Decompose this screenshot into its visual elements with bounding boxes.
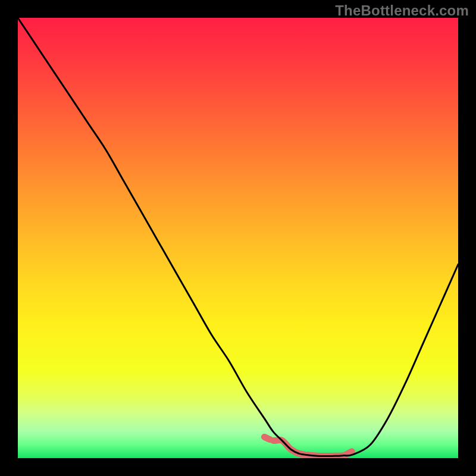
plot-area xyxy=(18,18,458,458)
watermark-text: TheBottleneck.com xyxy=(335,2,469,19)
bottleneck-curve xyxy=(18,18,458,456)
flat-region-highlight xyxy=(264,437,352,456)
outer-frame: TheBottleneck.com xyxy=(0,0,476,476)
chart-overlay xyxy=(18,18,458,458)
